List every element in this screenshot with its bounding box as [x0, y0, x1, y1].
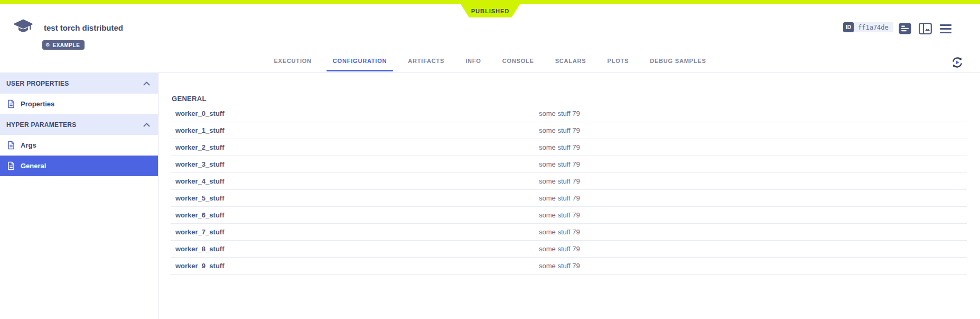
task-id-chip[interactable]: ID ff1a74de — [843, 22, 893, 32]
param-value: some stuff 79 — [539, 177, 580, 185]
param-value: some stuff 79 — [539, 126, 580, 134]
split-panel-icon — [919, 23, 932, 34]
sidebar-item-args[interactable]: Args — [0, 135, 158, 156]
auto-refresh-button[interactable] — [951, 56, 964, 71]
parameter-table: worker_0_stuffsome stuff 79worker_1_stuf… — [171, 105, 967, 275]
param-name: worker_4_stuff — [175, 177, 224, 185]
sidebar-section-user-properties[interactable]: USER PROPERTIES — [0, 73, 158, 94]
general-section-heading: GENERAL — [172, 95, 980, 102]
view-details-button[interactable] — [899, 23, 911, 37]
param-name: worker_7_stuff — [175, 228, 224, 236]
sidebar-section-label: HYPER PARAMETERS — [6, 121, 77, 129]
document-icon — [7, 161, 15, 170]
tag-example[interactable]: ⚙ EXAMPLE — [42, 40, 85, 50]
param-value: some stuff 79 — [539, 160, 580, 168]
tab-plots[interactable]: PLOTS — [597, 49, 640, 72]
id-label: ID — [843, 22, 854, 32]
sidebar-item-label: General — [21, 162, 46, 170]
param-row[interactable]: worker_4_stuffsome stuff 79 — [171, 173, 967, 190]
tab-console[interactable]: CONSOLE — [492, 49, 545, 72]
param-row[interactable]: worker_2_stuffsome stuff 79 — [171, 139, 967, 156]
param-value: some stuff 79 — [539, 194, 580, 202]
param-row[interactable]: worker_8_stuffsome stuff 79 — [171, 241, 967, 258]
sidebar-section-label: USER PROPERTIES — [6, 80, 69, 87]
task-title: test torch distributed — [44, 23, 123, 32]
param-row[interactable]: worker_0_stuffsome stuff 79 — [171, 105, 967, 122]
chevron-up-icon — [143, 81, 150, 86]
param-row[interactable]: worker_6_stuffsome stuff 79 — [171, 207, 967, 224]
param-name: worker_8_stuff — [175, 245, 224, 253]
tab-debug-samples[interactable]: DEBUG SAMPLES — [639, 49, 716, 72]
param-row[interactable]: worker_1_stuffsome stuff 79 — [171, 122, 967, 139]
info-panel-toggle-button[interactable] — [919, 23, 932, 37]
param-value: some stuff 79 — [539, 228, 580, 236]
refresh-icon — [951, 56, 964, 69]
sidebar-item-general[interactable]: General — [0, 156, 158, 176]
param-row[interactable]: worker_3_stuffsome stuff 79 — [171, 156, 967, 173]
details-list-icon — [899, 23, 911, 34]
status-accent-bar — [0, 0, 980, 4]
id-value: ff1a74de — [853, 22, 893, 32]
document-icon — [7, 141, 15, 150]
chevron-up-icon — [143, 123, 150, 127]
hamburger-icon — [940, 24, 951, 26]
sidebar-item-properties[interactable]: Properties — [0, 94, 158, 114]
tab-info[interactable]: INFO — [455, 49, 491, 72]
param-row[interactable]: worker_5_stuffsome stuff 79 — [171, 190, 967, 207]
param-value: some stuff 79 — [539, 110, 580, 117]
param-name: worker_2_stuff — [175, 143, 224, 151]
param-name: worker_6_stuff — [175, 211, 224, 219]
param-value: some stuff 79 — [539, 143, 580, 151]
status-badge: PUBLISHED — [461, 4, 520, 17]
document-icon — [7, 99, 15, 108]
tab-artifacts[interactable]: ARTIFACTS — [397, 49, 455, 72]
task-icon — [13, 19, 33, 38]
param-name: worker_9_stuff — [175, 262, 224, 270]
configuration-content: GENERAL worker_0_stuffsome stuff 79worke… — [158, 73, 980, 319]
param-value: some stuff 79 — [539, 211, 580, 219]
configuration-sidebar: USER PROPERTIESPropertiesHYPER PARAMETER… — [0, 73, 158, 319]
param-row[interactable]: worker_7_stuffsome stuff 79 — [171, 224, 967, 241]
param-name: worker_3_stuff — [175, 160, 224, 168]
param-value: some stuff 79 — [539, 262, 580, 270]
param-name: worker_0_stuff — [175, 110, 224, 117]
param-name: worker_1_stuff — [175, 126, 224, 134]
tab-configuration[interactable]: CONFIGURATION — [322, 49, 397, 72]
tag-label: EXAMPLE — [52, 42, 80, 48]
status-badge-label: PUBLISHED — [471, 8, 510, 14]
tab-bar: EXECUTIONCONFIGURATIONARTIFACTSINFOCONSO… — [263, 49, 716, 72]
tab-scalars[interactable]: SCALARS — [545, 49, 597, 72]
param-name: worker_5_stuff — [175, 194, 224, 202]
param-row[interactable]: worker_9_stuffsome stuff 79 — [171, 258, 967, 275]
menu-button[interactable] — [940, 24, 951, 26]
sidebar-item-label: Args — [21, 141, 36, 149]
gear-icon: ⚙ — [45, 42, 50, 48]
tab-execution[interactable]: EXECUTION — [263, 49, 322, 72]
param-value: some stuff 79 — [539, 245, 580, 253]
sidebar-item-label: Properties — [21, 100, 54, 108]
sidebar-section-hyper-parameters[interactable]: HYPER PARAMETERS — [0, 114, 158, 135]
